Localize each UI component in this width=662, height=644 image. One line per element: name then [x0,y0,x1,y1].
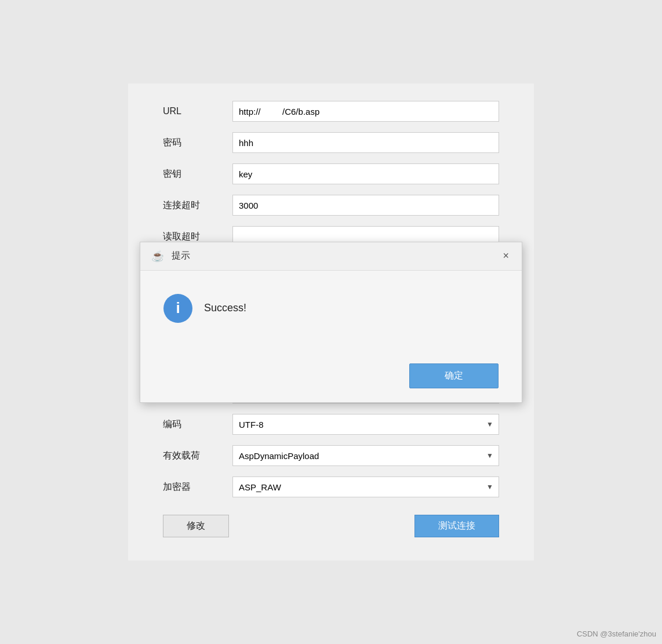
modal-body: i Success! [140,271,522,363]
modal-close-button[interactable]: × [499,249,512,263]
java-icon: ☕ [150,248,166,264]
modal-dialog: ☕ 提示 × i Success! 确定 [140,242,522,403]
info-icon: i [163,294,192,323]
modal-title-left: ☕ 提示 [150,248,190,264]
modal-title-text: 提示 [172,250,190,262]
main-form: URL 密码 密钥 连接超时 读取超时 代理主机 代理端口 备注 GROUP [128,83,534,561]
modal-content-row: i Success! [163,294,246,323]
modal-titlebar: ☕ 提示 × [140,242,522,271]
confirm-button[interactable]: 确定 [409,363,499,388]
modal-overlay: ☕ 提示 × i Success! 确定 [128,83,534,561]
modal-message: Success! [204,302,246,314]
watermark: CSDN @3stefanie'zhou [577,630,656,638]
modal-footer: 确定 [140,363,522,402]
